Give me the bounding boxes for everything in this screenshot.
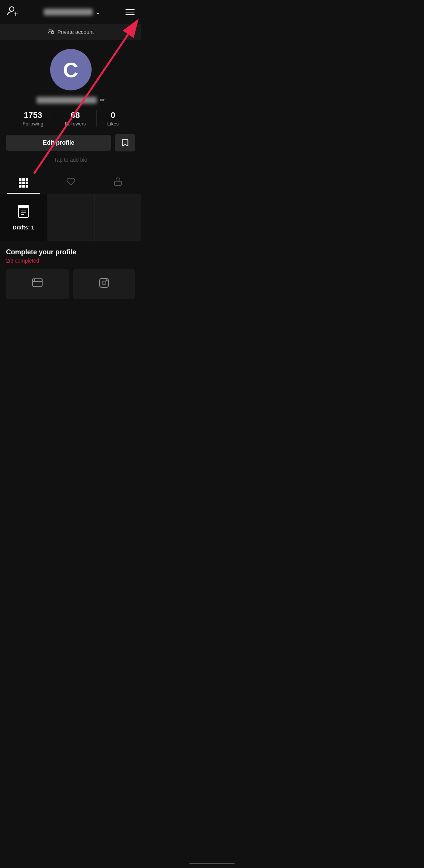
following-count: 1753 — [24, 110, 42, 120]
heart-icon — [66, 177, 75, 188]
svg-point-15 — [102, 281, 106, 285]
username-text — [44, 9, 93, 15]
avatar[interactable]: C — [50, 49, 92, 90]
card-icon-2 — [98, 277, 110, 292]
followers-stat[interactable]: 68 Followers — [54, 110, 96, 127]
bookmark-button[interactable] — [115, 134, 135, 151]
chevron-down-icon: ⌄ — [95, 8, 101, 16]
edit-username-icon[interactable]: ✏ — [100, 96, 105, 104]
complete-profile-title: Complete your profile — [6, 248, 135, 256]
tab-videos[interactable] — [0, 172, 47, 194]
drafts-icon — [16, 204, 31, 222]
add-bio-text[interactable]: Tap to add bio — [54, 157, 87, 163]
grid-item-2 — [47, 194, 94, 241]
svg-rect-7 — [18, 205, 28, 208]
top-nav: ⌄ — [0, 0, 141, 24]
complete-card-2[interactable] — [73, 269, 136, 299]
lock-person-icon — [47, 28, 54, 36]
bookmark-icon — [121, 139, 129, 147]
avatar-letter: C — [63, 58, 78, 82]
followers-label: Followers — [65, 121, 86, 127]
grid-item-3 — [95, 194, 141, 241]
likes-stat[interactable]: 0 Likes — [96, 110, 129, 127]
card-icon-1 — [31, 277, 43, 292]
complete-card-1[interactable] — [6, 269, 69, 299]
following-stat[interactable]: 1753 Following — [12, 110, 54, 127]
video-grid: Drafts: 1 — [0, 194, 141, 241]
private-account-bar: Private account — [0, 24, 141, 40]
profile-username — [37, 97, 97, 104]
likes-label: Likes — [107, 121, 119, 127]
tab-liked[interactable] — [47, 172, 94, 194]
followers-count: 68 — [71, 110, 80, 120]
add-user-button[interactable] — [7, 5, 19, 19]
svg-rect-4 — [52, 32, 54, 34]
complete-profile-section: Complete your profile 2/3 completed — [0, 241, 141, 305]
tab-private[interactable] — [94, 172, 141, 194]
grid-icon — [19, 178, 28, 188]
svg-rect-5 — [115, 181, 121, 185]
private-account-label: Private account — [57, 29, 94, 35]
profile-section: C ✏ 1753 Following 68 Followers 0 Likes … — [0, 40, 141, 172]
complete-profile-cards — [6, 269, 135, 299]
menu-button[interactable] — [126, 9, 135, 15]
following-label: Following — [23, 121, 43, 127]
drafts-grid-item[interactable]: Drafts: 1 — [0, 194, 47, 241]
stats-row: 1753 Following 68 Followers 0 Likes — [6, 110, 135, 127]
drafts-label: Drafts: 1 — [13, 225, 34, 231]
action-buttons: Edit profile — [6, 134, 135, 151]
svg-point-16 — [106, 280, 107, 281]
svg-point-0 — [9, 7, 14, 11]
lock-icon — [113, 177, 122, 188]
content-tabs — [0, 172, 141, 194]
edit-profile-button[interactable]: Edit profile — [6, 135, 111, 151]
username-row: ✏ — [37, 96, 105, 104]
svg-rect-11 — [32, 279, 42, 286]
complete-profile-progress: 2/3 completed — [6, 258, 135, 264]
svg-point-3 — [49, 29, 51, 31]
likes-count: 0 — [111, 110, 115, 120]
username-dropdown[interactable]: ⌄ — [44, 8, 101, 16]
